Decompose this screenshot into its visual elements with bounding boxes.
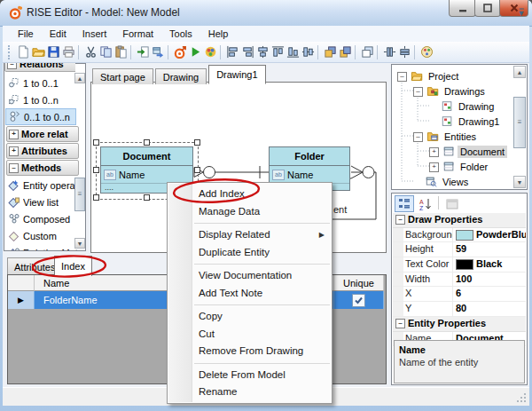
toolbox-section-more-relat[interactable]: +More relat (6, 126, 79, 142)
align-center-button[interactable] (255, 43, 270, 61)
maximize-button[interactable] (474, 0, 501, 17)
toolbox-item-custom[interactable]: Custom (5, 227, 79, 244)
selection-handle[interactable] (93, 194, 99, 201)
toolbox-section-methods[interactable]: –Methods (6, 160, 79, 176)
prop-row-text-color[interactable]: Text ColorBlack (393, 257, 526, 273)
property-pages-button[interactable] (442, 195, 462, 212)
menu-file[interactable]: File (10, 27, 42, 41)
toolbox-scroll-up-button[interactable]: ▲ (74, 73, 85, 83)
import-page-button[interactable] (136, 43, 151, 61)
collapse-icon[interactable]: – (413, 87, 423, 97)
unique-checkbox[interactable] (352, 294, 365, 307)
align-middle-button[interactable] (301, 43, 316, 61)
toolbox-item-entity-operat[interactable]: Entity operat (5, 177, 79, 194)
selection-handle[interactable] (194, 139, 200, 146)
tree-node-folder[interactable]: +Folder (429, 160, 490, 174)
categorized-view-button[interactable] (395, 195, 414, 212)
toolbox-item-relation-met[interactable]: Relation Met (5, 244, 79, 251)
menu-item-display-related[interactable]: Display Related▶ (168, 226, 332, 244)
distribute-horizontal-button[interactable] (382, 43, 397, 61)
arrange-overlap-button[interactable] (360, 43, 375, 61)
distribute-vertical-button[interactable] (397, 43, 412, 61)
property-category-entity-properties[interactable]: –Entity Properties (393, 317, 526, 332)
color-wheel-button[interactable] (203, 43, 218, 61)
prop-row-x[interactable]: X6 (393, 287, 526, 302)
drawing-tab-drawing[interactable]: Drawing (155, 68, 207, 84)
column-header-unique[interactable]: Unique (334, 275, 384, 291)
property-category-draw-properties[interactable]: –Draw Properties (393, 213, 526, 228)
tab-index[interactable]: Index (54, 256, 92, 276)
menu-item-add-index[interactable]: Add Index (168, 186, 332, 203)
menu-item-remove-from-drawing[interactable]: Remove From Drawing (168, 343, 332, 360)
expand-icon[interactable]: + (429, 147, 439, 157)
save-model-button[interactable] (46, 43, 61, 61)
menu-item-manage-data[interactable]: Manage Data (168, 203, 332, 221)
prop-row-width[interactable]: Width100 (393, 273, 526, 288)
tree-node-project[interactable]: –Project (397, 69, 461, 83)
selection-handle[interactable] (194, 167, 200, 173)
new-document-button[interactable] (16, 43, 31, 61)
send-to-back-button[interactable] (338, 43, 353, 61)
menu-help[interactable]: Help (200, 27, 237, 41)
menu-item-view-documentation[interactable]: View Documentation (168, 267, 332, 285)
toolbox-scroll-thumb[interactable]: ≡ (74, 178, 85, 211)
toolbox-clipped-header[interactable]: –Relations (4, 63, 75, 72)
menu-item-rename[interactable]: Rename (168, 383, 332, 401)
property-value[interactable]: Black (453, 257, 526, 272)
tree-node-drawing1[interactable]: Drawing1 (429, 115, 502, 129)
toolbox-item-composed[interactable]: Composed (5, 210, 79, 227)
property-value[interactable]: 59 (453, 242, 526, 257)
prop-row-height[interactable]: Height59 (393, 242, 526, 257)
align-right-button[interactable] (240, 43, 255, 61)
tree-scroll-up-button[interactable]: ▲ (513, 66, 526, 78)
selection-handle[interactable] (93, 139, 99, 146)
row-selector[interactable]: ▶ (8, 291, 35, 309)
expand-icon[interactable]: + (429, 162, 439, 172)
menu-insert[interactable]: Insert (74, 27, 115, 41)
toolbox-item-1-to-0-1[interactable]: 1 to 0..1 (5, 75, 79, 91)
paste-button[interactable] (113, 43, 129, 61)
toolbox-item-view-list[interactable]: View list (5, 194, 79, 210)
prop-row-y[interactable]: Y80 (393, 302, 526, 317)
menu-item-copy[interactable]: Copy (168, 308, 332, 326)
copy-button[interactable] (98, 43, 113, 61)
align-top-button[interactable] (270, 43, 286, 61)
tree-node-drawing[interactable]: Drawing (429, 99, 497, 114)
property-value[interactable]: 80 (453, 302, 526, 316)
selection-handle[interactable] (93, 167, 99, 173)
open-model-button[interactable] (31, 43, 46, 61)
menu-edit[interactable]: Edit (42, 27, 74, 41)
menu-item-add-text-note[interactable]: Add Text Note (168, 285, 332, 303)
property-value[interactable]: PowderBlue (453, 228, 526, 242)
print-button[interactable] (61, 43, 76, 61)
toolbox-scroll-down-button[interactable]: ▼ (74, 238, 85, 249)
toolbox-section-attributes[interactable]: +Attributes (6, 143, 79, 159)
tree-node-entities[interactable]: –Entities (413, 130, 479, 144)
menu-item-delete-from-model[interactable]: Delete From Model (168, 367, 332, 384)
bring-to-front-button[interactable] (323, 43, 338, 61)
run-generation-button[interactable] (188, 43, 203, 61)
drawing-tab-drawing1[interactable]: Drawing1 (208, 65, 265, 84)
tree-node-drawings[interactable]: –Drawings (413, 84, 488, 99)
tree-scroll-down-button[interactable]: ▼ (513, 176, 526, 188)
menu-format[interactable]: Format (114, 27, 161, 41)
selection-handle[interactable] (144, 194, 150, 201)
toolbar-overflow-button[interactable]: ‗▼ (516, 2, 527, 20)
toolbox-item-1-to-0-n[interactable]: 1 to 0..n (5, 91, 79, 108)
menu-tools[interactable]: Tools (161, 27, 200, 41)
collapse-icon[interactable]: – (397, 72, 407, 82)
property-value[interactable]: 100 (453, 273, 526, 287)
palette-button[interactable] (419, 43, 434, 61)
prop-row-background[interactable]: BackgroundPowderBlue (393, 228, 526, 243)
publish-rise-button[interactable] (173, 43, 188, 61)
resize-grip[interactable] (516, 392, 527, 403)
minimize-button[interactable] (449, 0, 476, 17)
tree-scroll-thumb[interactable]: ≡ (513, 97, 526, 148)
tree-node-document[interactable]: +Document (429, 145, 507, 159)
property-value[interactable]: 6 (453, 287, 526, 301)
selection-handle[interactable] (144, 139, 150, 146)
menu-item-duplicate-entity[interactable]: Duplicate Entity (168, 244, 332, 262)
alphabetical-sort-button[interactable]: AZ (416, 195, 435, 212)
toolbox-item-0-1-to-0-n[interactable]: 0..1 to 0..n (5, 108, 76, 125)
align-bottom-button[interactable] (286, 43, 301, 61)
